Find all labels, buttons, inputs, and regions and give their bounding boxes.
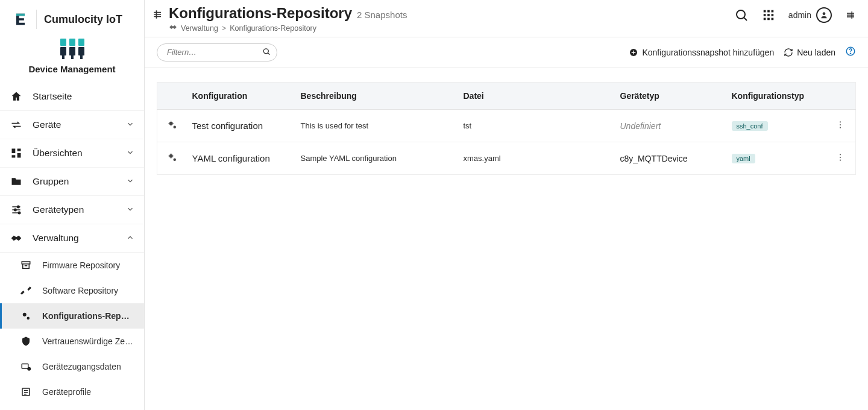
chevron-down-icon [126, 205, 134, 215]
config-table: Konfiguration Beschreibung Datei Gerätet… [157, 82, 856, 175]
svg-rect-1 [60, 39, 66, 46]
svg-point-41 [173, 126, 176, 129]
refresh-icon [784, 48, 793, 57]
svg-point-44 [840, 127, 841, 128]
row-devtype: c8y_MQTTDevice [615, 142, 727, 175]
row-name: Test configuration [187, 110, 296, 142]
dashboard-icon [10, 147, 23, 159]
avatar-icon [816, 7, 832, 23]
row-actions[interactable] [826, 142, 856, 175]
svg-rect-32 [767, 18, 770, 20]
svg-rect-20 [22, 364, 28, 369]
sidebar-sub-profiles[interactable]: Geräteprofile [0, 379, 144, 405]
reload-button[interactable]: Neu laden [784, 48, 835, 57]
row-actions[interactable] [826, 110, 856, 142]
more-icon [835, 155, 845, 164]
svg-point-23 [737, 10, 745, 19]
toolbar: Konfigurationssnapshot hinzufügen Neu la… [145, 37, 868, 68]
svg-rect-3 [78, 39, 84, 46]
main: Konfigurations-Repository 2 Snapshots Ve… [145, 0, 868, 410]
user-name: admin [788, 10, 811, 20]
table-row[interactable]: Test configuration This is used for test… [157, 110, 856, 142]
breadcrumb-sep: > [222, 24, 226, 33]
col-icon [157, 83, 187, 110]
row-desc: Sample YAML configuration [296, 142, 459, 175]
right-panel-button[interactable] [845, 10, 856, 20]
svg-rect-0 [16, 14, 25, 16]
svg-point-46 [173, 159, 176, 162]
sidebar-item-overviews[interactable]: Übersichten [0, 139, 144, 168]
svg-point-15 [14, 209, 16, 210]
user-menu[interactable]: admin [788, 7, 832, 23]
handshake-icon [169, 23, 177, 33]
breadcrumb-root[interactable]: Verwaltung [181, 24, 218, 33]
sidebar-item-devices[interactable]: Geräte [0, 111, 144, 139]
svg-rect-12 [17, 153, 21, 158]
sidebar-sub-software[interactable]: Software Repository [0, 278, 144, 303]
folder-icon [10, 175, 23, 188]
home-icon [10, 90, 23, 102]
svg-point-14 [17, 206, 19, 207]
help-button[interactable] [845, 46, 856, 58]
sidebar-item-label: Verwaltung [33, 233, 116, 244]
svg-point-43 [840, 124, 841, 125]
sidebar-item-start[interactable]: Startseite [0, 83, 144, 111]
svg-rect-28 [764, 14, 766, 16]
col-desc: Beschreibung [296, 83, 459, 110]
svg-point-47 [840, 154, 841, 155]
collapse-sidebar-button[interactable] [152, 8, 164, 20]
plus-circle-icon [629, 48, 638, 57]
col-name: Konfiguration [187, 83, 296, 110]
sidebar-sub-config-repo[interactable]: Konfigurations-Repos… [0, 303, 144, 329]
sidebar-item-label: Startseite [33, 91, 134, 102]
brand-row: Cumulocity IoT [0, 0, 144, 34]
chevron-up-icon [126, 233, 134, 244]
svg-point-34 [823, 12, 826, 15]
sidebar-item-device-types[interactable]: Gerätetypen [0, 196, 144, 224]
profile-icon [19, 386, 33, 397]
gears-icon [167, 123, 178, 132]
sidebar-sub-trusted[interactable]: Vertrauenswürdige Ze… [0, 329, 144, 354]
more-icon [835, 122, 845, 131]
content: Konfiguration Beschreibung Datei Gerätet… [145, 68, 868, 175]
search-button[interactable] [734, 8, 749, 22]
page-subtitle-count: 2 Snapshots [357, 10, 407, 20]
svg-rect-8 [71, 54, 74, 59]
reload-label: Neu laden [797, 48, 835, 57]
search-icon [262, 46, 271, 58]
chevron-down-icon [126, 120, 134, 130]
sidebar-item-groups[interactable]: Gruppen [0, 168, 144, 196]
app-header: Device Management [0, 34, 144, 83]
row-name: YAML configuration [187, 142, 296, 175]
filter-input[interactable] [157, 43, 277, 62]
nav: Startseite Geräte Übersichten [0, 83, 144, 405]
table-row[interactable]: YAML configuration Sample YAML configura… [157, 142, 856, 175]
svg-rect-26 [767, 10, 770, 13]
page-header: Konfigurations-Repository 2 Snapshots Ve… [145, 0, 868, 37]
shield-icon [19, 336, 33, 347]
sidebar-sub-credentials[interactable]: Gerätezugangsdaten [0, 354, 144, 379]
config-type-tag: ssh_conf [732, 121, 768, 131]
row-devtype: Undefiniert [615, 110, 727, 142]
archive-icon [19, 260, 33, 271]
add-snapshot-button[interactable]: Konfigurationssnapshot hinzufügen [629, 48, 774, 57]
device-management-icon [0, 36, 144, 60]
swap-icon [10, 119, 23, 131]
sliders-icon [10, 204, 23, 216]
apps-button[interactable] [762, 8, 775, 22]
page-title: Konfigurations-Repository [169, 5, 352, 22]
svg-rect-6 [78, 47, 84, 55]
table-header-row: Konfiguration Beschreibung Datei Gerätet… [157, 83, 856, 110]
breadcrumb: Verwaltung > Konfigurations-Repository [169, 23, 734, 33]
sidebar-sub-firmware[interactable]: Firmware Repository [0, 253, 144, 278]
svg-rect-11 [17, 149, 21, 151]
col-conftype: Konfigurationstyp [727, 83, 826, 110]
svg-point-21 [28, 368, 31, 371]
breadcrumb-current: Konfigurations-Repository [230, 24, 316, 33]
sidebar-item-label: Geräte [33, 119, 116, 130]
svg-point-45 [169, 154, 173, 158]
svg-point-42 [840, 121, 841, 122]
sidebar-item-management[interactable]: Verwaltung [0, 224, 144, 253]
sidebar-item-label: Gerätezugangsdaten [42, 362, 134, 371]
svg-line-24 [744, 18, 747, 21]
